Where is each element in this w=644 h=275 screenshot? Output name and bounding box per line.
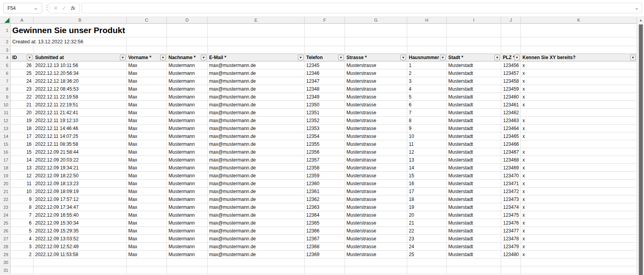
grid-cell[interactable] <box>167 24 208 37</box>
grid-cell[interactable] <box>167 258 208 266</box>
grid-cell[interactable]: Musterstadt <box>447 172 501 180</box>
grid-cell[interactable]: Mustermann <box>167 235 208 243</box>
confirm-entry-icon[interactable]: ✓ <box>62 6 66 11</box>
grid-cell[interactable]: 123475 <box>501 211 521 219</box>
grid-cell[interactable]: Musterstrasse <box>345 164 407 172</box>
table-column-header[interactable]: Kennen Sie XY bereits? <box>521 54 637 61</box>
grid-cell[interactable]: 8 <box>407 117 447 124</box>
grid-cell[interactable]: Musterstadt <box>447 61 501 69</box>
grid-cell[interactable]: 12345 <box>305 61 345 69</box>
grid-cell[interactable]: 12 <box>407 148 447 156</box>
grid-cell[interactable]: Max <box>127 156 167 164</box>
grid-cell[interactable] <box>34 258 127 266</box>
grid-cell[interactable]: 5 <box>11 227 34 235</box>
grid-cell[interactable] <box>345 37 407 46</box>
grid-cell[interactable]: x <box>521 251 637 258</box>
grid-cell[interactable]: Max <box>127 211 167 219</box>
grid-cell[interactable] <box>305 46 345 54</box>
grid-cell[interactable] <box>501 46 521 54</box>
formula-bar-expand-icon[interactable]: ⌄ <box>634 6 642 10</box>
grid-cell[interactable]: Max <box>127 251 167 258</box>
row-header-23[interactable]: 23 <box>0 203 11 211</box>
grid-cell[interactable]: 12351 <box>305 109 345 117</box>
row-header-1[interactable]: 1 <box>0 24 11 37</box>
grid-cell[interactable]: Musterstrasse <box>345 180 407 188</box>
filter-dropdown-button[interactable] <box>401 55 406 60</box>
grid-cell[interactable]: Musterstrasse <box>345 203 407 211</box>
grid-cell[interactable]: Max <box>127 61 167 69</box>
grid-cell[interactable]: Max <box>127 132 167 140</box>
grid-cell[interactable] <box>305 37 345 46</box>
grid-cell[interactable]: 2 <box>11 251 34 258</box>
grid-cell[interactable]: Max <box>127 243 167 251</box>
grid-cell[interactable]: Mustermann <box>167 219 208 227</box>
grid-cell[interactable] <box>521 109 637 117</box>
grid-cell[interactable]: Musterstadt <box>447 109 501 117</box>
grid-cell[interactable] <box>407 46 447 54</box>
column-header-j[interactable]: J <box>501 17 521 23</box>
grid-cell[interactable]: 123463 <box>501 117 521 124</box>
grid-cell[interactable]: 14 <box>407 164 447 172</box>
grid-cell[interactable]: 17 <box>11 132 34 140</box>
grid-cell[interactable]: 16 <box>11 140 34 148</box>
grid-cell[interactable]: 2022.12.09 18:13:23 <box>34 180 127 188</box>
grid-cell[interactable]: Mustermann <box>167 101 208 109</box>
name-box-chevron-down-icon[interactable]: ⌄ <box>33 6 43 10</box>
column-header-a[interactable]: A <box>11 17 34 23</box>
grid-cell[interactable]: 2022.12.11 22:19:51 <box>34 101 127 109</box>
grid-cell[interactable]: 123476 <box>501 219 521 227</box>
grid-cell[interactable]: max@mustermann.de <box>208 148 305 156</box>
grid-cell[interactable]: Musterstrasse <box>345 148 407 156</box>
grid-cell[interactable]: max@mustermann.de <box>208 109 305 117</box>
insert-function-icon[interactable]: fx <box>71 5 75 11</box>
grid-cell[interactable]: Max <box>127 117 167 124</box>
grid-cell[interactable]: 22 <box>11 93 34 101</box>
table-column-header[interactable]: Telefon <box>305 54 345 61</box>
grid-cell[interactable]: 123460 <box>501 93 521 101</box>
grid-cell[interactable]: 12352 <box>305 117 345 124</box>
filter-dropdown-button[interactable] <box>338 55 344 60</box>
grid-cell[interactable]: Max <box>127 227 167 235</box>
grid-cell[interactable]: Musterstrasse <box>345 235 407 243</box>
grid-cell[interactable] <box>501 37 521 46</box>
grid-cell[interactable]: max@mustermann.de <box>208 77 305 85</box>
grid-cell[interactable]: 2022.12.11 22:19:58 <box>34 93 127 101</box>
grid-cell[interactable]: 12346 <box>305 69 345 77</box>
grid-cell[interactable]: x <box>521 101 637 109</box>
grid-cell[interactable]: 2022.12.09 21:58:44 <box>34 148 127 156</box>
filter-dropdown-button[interactable] <box>630 55 636 60</box>
grid-cell[interactable] <box>208 46 305 54</box>
grid-cell[interactable]: 2022.12.11 08:35:58 <box>34 140 127 148</box>
row-header-28[interactable]: 28 <box>0 243 11 251</box>
grid-cell[interactable] <box>345 24 407 37</box>
grid-cell[interactable]: x <box>521 243 637 251</box>
grid-cell[interactable]: max@mustermann.de <box>208 235 305 243</box>
grid-cell[interactable]: x <box>521 148 637 156</box>
grid-cell[interactable]: 123468 <box>501 156 521 164</box>
grid-cell[interactable]: 13 <box>11 164 34 172</box>
grid-cell[interactable]: 2022.12.12 20:56:34 <box>34 69 127 77</box>
table-column-header[interactable]: ID <box>11 54 34 61</box>
grid-cell[interactable]: 2022.12.09 15:30:34 <box>34 219 127 227</box>
grid-cell[interactable]: 15 <box>407 172 447 180</box>
grid-cell[interactable]: 123458 <box>501 77 521 85</box>
grid-cell[interactable]: 12356 <box>305 148 345 156</box>
grid-cell[interactable]: Musterstadt <box>447 227 501 235</box>
grid-cell[interactable]: Musterstrasse <box>345 156 407 164</box>
grid-cell[interactable] <box>345 266 407 274</box>
row-header-9[interactable]: 9 <box>0 93 11 101</box>
grid-cell[interactable]: x <box>521 219 637 227</box>
grid-cell[interactable]: 11 <box>11 180 34 188</box>
grid-cell[interactable]: max@mustermann.de <box>208 251 305 258</box>
table-column-header[interactable]: PLZ * <box>501 54 521 61</box>
grid-cell[interactable]: 18 <box>11 124 34 132</box>
grid-cell[interactable] <box>345 46 407 54</box>
grid-cell[interactable]: max@mustermann.de <box>208 69 305 77</box>
grid-cell[interactable]: 19 <box>407 203 447 211</box>
grid-cell[interactable]: x <box>521 77 637 85</box>
grid-cell[interactable]: 20 <box>407 211 447 219</box>
grid-cell[interactable]: max@mustermann.de <box>208 140 305 148</box>
table-column-header[interactable]: Vorname * <box>127 54 167 61</box>
grid-cell[interactable]: Musterstrasse <box>345 188 407 195</box>
row-header-8[interactable]: 8 <box>0 85 11 93</box>
